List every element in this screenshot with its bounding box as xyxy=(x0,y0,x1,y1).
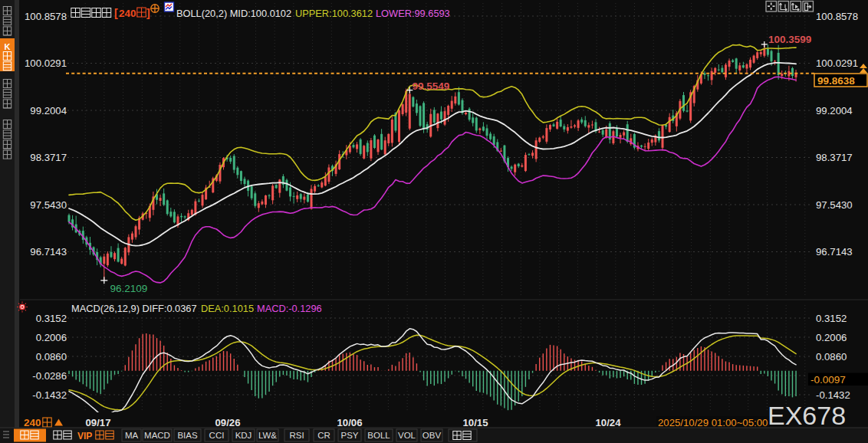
svg-text:240: 240 xyxy=(24,417,41,428)
svg-text:96.2109: 96.2109 xyxy=(110,283,148,294)
svg-text:100.0291: 100.0291 xyxy=(816,57,858,69)
svg-text:100.8578: 100.8578 xyxy=(25,11,67,22)
svg-text:99.2004: 99.2004 xyxy=(816,105,853,116)
svg-text:BOLL: BOLL xyxy=(367,431,390,440)
svg-text:LW&: LW& xyxy=(258,431,277,440)
svg-text:PSY: PSY xyxy=(340,431,358,440)
svg-text:10/24: 10/24 xyxy=(595,417,621,428)
svg-text:CCI: CCI xyxy=(209,431,225,440)
svg-text:UPPER:100.3612: UPPER:100.3612 xyxy=(295,8,373,19)
svg-text:96.7143: 96.7143 xyxy=(30,246,67,258)
svg-text:0.2006: 0.2006 xyxy=(36,332,67,343)
svg-text:10/06: 10/06 xyxy=(337,417,362,428)
svg-text:RSI: RSI xyxy=(289,431,304,440)
svg-text:98.3717: 98.3717 xyxy=(30,152,67,163)
svg-text:-0.0097: -0.0097 xyxy=(810,374,846,386)
svg-text:LOWER:99.6593: LOWER:99.6593 xyxy=(376,8,450,19)
svg-text:99.2004: 99.2004 xyxy=(30,105,67,116)
svg-text:10/15: 10/15 xyxy=(462,417,488,428)
svg-text:-0.1432: -0.1432 xyxy=(816,389,850,401)
svg-text:-0.1432: -0.1432 xyxy=(32,389,67,401)
svg-text:MA: MA xyxy=(125,431,139,440)
svg-text:99.5549: 99.5549 xyxy=(413,80,450,92)
svg-text:0.2006: 0.2006 xyxy=(816,332,847,343)
svg-text:VIP: VIP xyxy=(77,431,92,441)
svg-text:100.0291: 100.0291 xyxy=(25,57,67,69)
svg-text:DEA:0.1015: DEA:0.1015 xyxy=(201,303,254,314)
svg-text:MACD: MACD xyxy=(144,431,170,440)
svg-text:BOLL(20,2) MID:100.0102: BOLL(20,2) MID:100.0102 xyxy=(176,8,291,19)
svg-text:K: K xyxy=(5,42,11,51)
svg-text:MACD(26,12,9) DIFF:0.0367: MACD(26,12,9) DIFF:0.0367 xyxy=(71,303,197,314)
svg-text:98.3717: 98.3717 xyxy=(816,152,853,163)
svg-text:EX678: EX678 xyxy=(768,401,846,430)
svg-text:97.5430: 97.5430 xyxy=(816,199,853,211)
svg-text:240: 240 xyxy=(119,8,136,19)
svg-text:97.5430: 97.5430 xyxy=(30,199,67,211)
svg-text:0.0860: 0.0860 xyxy=(816,351,847,363)
svg-text:OBV: OBV xyxy=(422,431,442,440)
svg-text:]: ] xyxy=(146,7,150,19)
svg-text:BIAS: BIAS xyxy=(177,431,198,440)
svg-text:2025/10/29 01:00~05:00: 2025/10/29 01:00~05:00 xyxy=(658,417,768,428)
svg-text:[: [ xyxy=(114,7,118,19)
svg-text:MACD:-0.1296: MACD:-0.1296 xyxy=(257,303,322,314)
svg-text:0.0860: 0.0860 xyxy=(36,351,67,363)
svg-text:99.8638: 99.8638 xyxy=(817,75,855,87)
svg-text:09/17: 09/17 xyxy=(85,417,110,428)
svg-text:CR: CR xyxy=(317,431,330,440)
svg-text:100.3599: 100.3599 xyxy=(768,34,811,45)
svg-text:09/26: 09/26 xyxy=(215,417,240,428)
svg-text:-0.0286: -0.0286 xyxy=(32,370,67,382)
svg-text:96.7143: 96.7143 xyxy=(816,246,853,258)
svg-text:100.8578: 100.8578 xyxy=(816,11,858,22)
svg-text:0.3152: 0.3152 xyxy=(816,313,847,324)
svg-text:0.3152: 0.3152 xyxy=(36,313,67,324)
svg-text:VOL: VOL xyxy=(398,431,416,440)
svg-text:KDJ: KDJ xyxy=(235,431,252,440)
